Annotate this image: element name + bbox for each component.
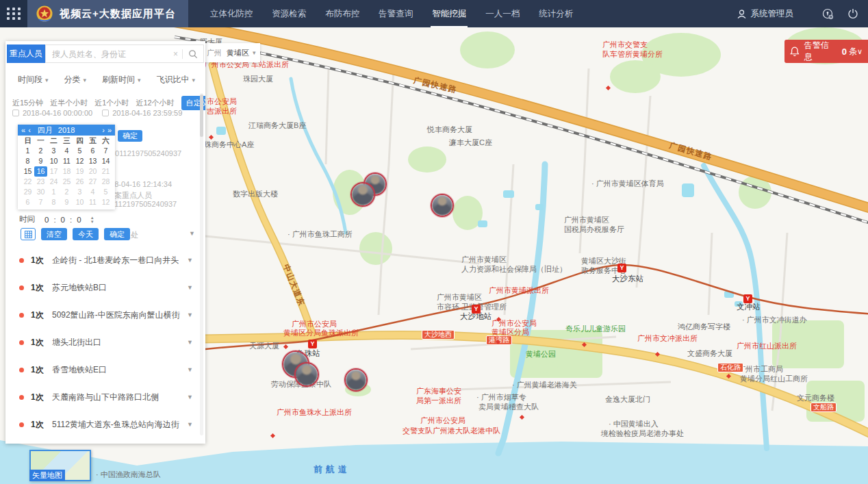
date-from-input[interactable]: 2018-04-16 00:00:00 xyxy=(23,109,92,117)
calendar-day-18[interactable]: 18 xyxy=(60,166,73,177)
alert-banner[interactable]: 告警信息 0 条 ∨ xyxy=(784,40,868,63)
minimap[interactable]: 矢量地图 xyxy=(29,450,91,481)
nav-item-资源检索[interactable]: 资源检索 xyxy=(270,0,307,27)
nav-item-布防布控[interactable]: 布防布控 xyxy=(324,0,361,27)
calendar-grid-icon[interactable] xyxy=(21,228,36,240)
calendar-day-2[interactable]: 2 xyxy=(34,146,47,156)
calendar-day-16[interactable]: 16 xyxy=(34,166,47,177)
calendar-day-9[interactable]: 9 xyxy=(60,197,73,207)
month-select[interactable]: 四月 xyxy=(38,125,53,136)
calendar-day-3[interactable]: 3 xyxy=(73,187,86,197)
filter-飞识比中[interactable]: 飞识比中▾ xyxy=(157,74,196,86)
chevron-down-icon[interactable]: ▼ xyxy=(187,394,193,400)
calendar-day-11[interactable]: 11 xyxy=(60,156,73,166)
calendar-day-24[interactable]: 24 xyxy=(47,177,60,187)
quick-time-近1个小时[interactable]: 近1个小时 xyxy=(94,98,129,108)
filter-分类[interactable]: 分类▾ xyxy=(64,74,87,86)
chevron-down-icon[interactable]: ▼ xyxy=(187,311,193,318)
clear-icon[interactable]: × xyxy=(169,49,182,59)
calendar-confirm-button[interactable]: 确定 xyxy=(118,130,142,142)
time-hours[interactable]: 0 xyxy=(44,216,49,224)
chevron-down-icon[interactable]: ▼ xyxy=(187,366,193,373)
calendar-day-19[interactable]: 19 xyxy=(73,166,86,177)
calendar-day-28[interactable]: 28 xyxy=(99,177,112,187)
calendar-day-22[interactable]: 22 xyxy=(21,177,34,187)
filter-刷新时间[interactable]: 刷新时间▾ xyxy=(102,74,141,86)
calendar-day-11[interactable]: 11 xyxy=(86,197,99,207)
今天-button[interactable]: 今天 xyxy=(73,228,99,240)
calendar-day-4[interactable]: 4 xyxy=(86,187,99,197)
calendar-day-3[interactable]: 3 xyxy=(47,146,60,156)
person-photo-marker[interactable] xyxy=(350,182,375,207)
quick-time-近12个小时[interactable]: 近12个小时 xyxy=(136,98,174,108)
calendar-day-5[interactable]: 5 xyxy=(73,146,86,156)
person-photo-marker[interactable] xyxy=(294,362,319,387)
apps-grid-icon[interactable] xyxy=(0,0,27,27)
nav-item-告警查询[interactable]: 告警查询 xyxy=(377,0,414,27)
search-input[interactable] xyxy=(46,49,169,60)
power-icon[interactable] xyxy=(847,8,858,19)
search-icon[interactable] xyxy=(183,49,203,59)
security-lock-icon[interactable] xyxy=(822,8,834,20)
list-item[interactable]: 1次企岭街 - 北1巷麦岭东一巷口向井头▼ xyxy=(5,246,205,274)
time-seconds[interactable]: 0 xyxy=(77,216,81,224)
calendar-day-10[interactable]: 10 xyxy=(47,156,60,166)
calendar-day-27[interactable]: 27 xyxy=(86,177,99,187)
nav-item-智能挖掘[interactable]: 智能挖掘 xyxy=(431,0,468,27)
calendar-day-1[interactable]: 1 xyxy=(47,187,60,197)
date-to-input[interactable]: 2018-04-16 23:59:59 xyxy=(112,109,182,117)
calendar-day-20[interactable]: 20 xyxy=(86,166,99,177)
calendar-day-21[interactable]: 21 xyxy=(99,166,112,177)
quick-time-近半个小时[interactable]: 近半个小时 xyxy=(50,98,88,108)
prev-year-icon[interactable]: « xyxy=(21,126,25,134)
next-year-icon[interactable]: » xyxy=(107,126,112,134)
nav-item-统计分析[interactable]: 统计分析 xyxy=(537,0,574,27)
next-month-icon[interactable]: › xyxy=(102,126,105,134)
calendar-day-15[interactable]: 15 xyxy=(21,166,34,177)
calendar-day-10[interactable]: 10 xyxy=(73,197,86,207)
chevron-down-icon[interactable]: ▼ xyxy=(189,230,195,237)
calendar-day-6[interactable]: 6 xyxy=(21,197,34,207)
chevron-down-icon[interactable]: ▾ xyxy=(253,49,256,56)
panel-scrollbar[interactable] xyxy=(200,93,203,435)
list-item[interactable]: 1次苏元地铁站B口▼ xyxy=(5,274,205,301)
prev-month-icon[interactable]: ‹ xyxy=(28,126,31,134)
chevron-down-icon[interactable]: ∨ xyxy=(857,47,863,56)
list-item[interactable]: 1次天麓南路与山下中路路口北侧▼ xyxy=(5,383,205,411)
calendar-day-12[interactable]: 12 xyxy=(73,156,86,166)
time-minutes[interactable]: 0 xyxy=(61,216,65,224)
chevron-down-icon[interactable]: ▼ xyxy=(187,257,193,264)
calendar-day-5[interactable]: 5 xyxy=(99,187,112,197)
district-select[interactable]: 黄埔区 xyxy=(227,48,249,58)
scrollbar-thumb[interactable] xyxy=(200,94,203,137)
calendar-day-8[interactable]: 8 xyxy=(47,197,60,207)
person-photo-marker[interactable] xyxy=(344,368,368,392)
chevron-down-icon[interactable]: ▼ xyxy=(187,284,193,291)
list-item[interactable]: 1次香雪地铁站E口▼ xyxy=(5,356,205,383)
calendar-day-13[interactable]: 13 xyxy=(86,156,99,166)
user-menu[interactable]: 系统管理员 xyxy=(737,8,794,20)
year-select[interactable]: 2018 xyxy=(58,126,75,134)
calendar-day-26[interactable]: 26 xyxy=(73,177,86,187)
calendar-day-25[interactable]: 25 xyxy=(60,177,73,187)
calendar-day-7[interactable]: 7 xyxy=(34,197,47,207)
calendar-day-8[interactable]: 8 xyxy=(21,156,34,166)
calendar-day-17[interactable]: 17 xyxy=(47,166,60,177)
time-stepper[interactable]: ▲▼ xyxy=(90,216,94,224)
calendar-day-23[interactable]: 23 xyxy=(34,177,47,187)
calendar-checkbox-icon[interactable] xyxy=(102,110,109,116)
chevron-down-icon[interactable]: ▼ xyxy=(187,339,193,346)
nav-item-立体化防控[interactable]: 立体化防控 xyxy=(209,0,255,27)
tab-key-persons[interactable]: 重点人员 xyxy=(7,44,45,63)
filter-时间段[interactable]: 时间段▾ xyxy=(18,74,49,86)
city-select[interactable]: 广州 xyxy=(207,48,222,58)
calendar-day-9[interactable]: 9 xyxy=(34,156,47,166)
list-item[interactable]: 1次5112黄埔大道东-鱼珠总站向海边街（全）▼ xyxy=(5,411,205,438)
calendar-day-7[interactable]: 7 xyxy=(99,146,112,156)
calendar-day-12[interactable]: 12 xyxy=(99,197,112,207)
chevron-down-icon[interactable]: ▼ xyxy=(187,421,193,428)
calendar-day-2[interactable]: 2 xyxy=(60,187,73,197)
calendar-day-14[interactable]: 14 xyxy=(99,156,112,166)
nav-item-一人一档[interactable]: 一人一档 xyxy=(484,0,521,27)
确定-button[interactable]: 确定 xyxy=(104,228,130,240)
